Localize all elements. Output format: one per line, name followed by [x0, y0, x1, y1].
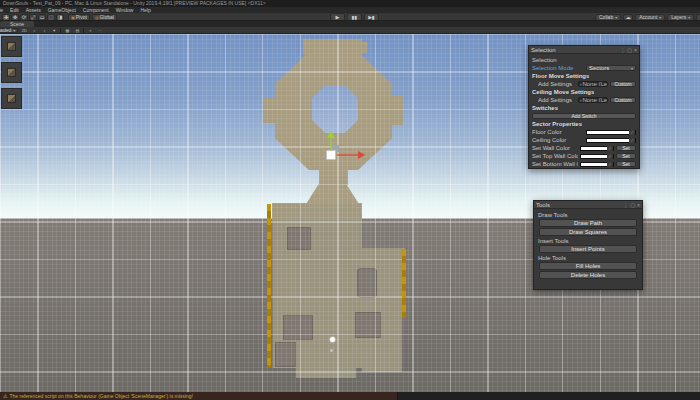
selection-mode-label: Selection Mode: [532, 65, 584, 71]
top-wall-color-swatch[interactable]: ∕: [580, 154, 614, 159]
layers-label: Layers: [671, 14, 686, 20]
selection-mode-dropdown[interactable]: Sectors ▾: [586, 65, 636, 71]
pause-button[interactable]: ▮▮: [347, 13, 362, 21]
tools-panel-header[interactable]: Tools ⋮ ▢ ×: [534, 201, 642, 209]
step-button[interactable]: ▶▮: [364, 13, 379, 21]
play-button[interactable]: ▶: [330, 13, 345, 21]
selected-wall-left[interactable]: [267, 204, 271, 367]
shading-mode-dropdown[interactable]: Shaded ▾: [0, 28, 18, 33]
panel-maximize-icon[interactable]: ▢: [627, 47, 632, 53]
floor-custom-button[interactable]: Custom: [610, 81, 636, 87]
bottom-wall-color-swatch[interactable]: ∕: [580, 162, 614, 167]
unity-editor-window: DownSouls - Test_Pat_09 - PC, Mac & Linu…: [0, 0, 700, 400]
scene-viewport[interactable]: Selection ⋮ ▢ × Selection Selection Mode…: [0, 34, 700, 392]
fill-holes-button[interactable]: Fill Holes: [539, 262, 637, 270]
map-structure-right-tab[interactable]: [390, 95, 403, 125]
object-icon: ▫: [580, 82, 581, 87]
delete-holes-button[interactable]: Delete Holes: [539, 271, 637, 279]
selection-panel-header[interactable]: Selection ⋮ ▢ ×: [529, 46, 639, 54]
add-switch-button[interactable]: Add Switch: [532, 113, 636, 119]
scale-tool-icon[interactable]: ⤢: [29, 14, 37, 21]
chevron-down-icon: ▾: [615, 15, 617, 20]
wall-color-swatch[interactable]: ∕: [580, 146, 614, 151]
texture-thumbnail-icon: [7, 68, 16, 77]
scene-side-button-3[interactable]: [1, 88, 22, 109]
map-structure-left-tab[interactable]: [263, 97, 277, 123]
cloud-icon[interactable]: ☁: [623, 14, 633, 21]
grid-toggle-icon[interactable]: ▤: [73, 28, 81, 33]
ceiling-custom-button[interactable]: Custom: [610, 97, 636, 103]
pivot-toggle-button[interactable]: ▣ Pivot: [68, 14, 90, 21]
set-top-wall-color-label: Set Top Wall Color: [532, 153, 578, 159]
floor-inset[interactable]: [357, 268, 377, 298]
draw-path-button[interactable]: Draw Path: [539, 219, 637, 227]
floor-settings-object-field[interactable]: ▫ None (Level Se ◎: [578, 81, 608, 87]
custom-tool-icon[interactable]: ◨: [56, 14, 64, 21]
move-gizmo[interactable]: [300, 128, 370, 168]
hidden-objects-icon[interactable]: ▦: [63, 28, 71, 33]
set-wall-color-button[interactable]: Set: [616, 145, 636, 151]
set-bottom-wall-color-button[interactable]: Set: [616, 161, 636, 167]
pivot-label: Pivot: [76, 14, 87, 20]
selection-mode-value: Sectors: [589, 65, 609, 71]
map-structure-bottom-step[interactable]: [296, 368, 356, 378]
effects-dropdown-icon[interactable]: ✦: [50, 28, 58, 33]
insert-points-button[interactable]: Insert Points: [539, 245, 637, 253]
status-message[interactable]: ⚠ The referenced script on this Behaviou…: [0, 392, 398, 400]
rect-tool-icon[interactable]: ▭: [38, 14, 46, 21]
floor-inset[interactable]: [283, 315, 313, 340]
hole-tools-section: Hole Tools: [538, 254, 638, 261]
floor-inset[interactable]: [275, 342, 296, 367]
gizmo-x-arrowhead[interactable]: [358, 151, 365, 159]
scene-side-button-1[interactable]: [1, 36, 22, 57]
ceiling-add-settings-label: Add Settings: [538, 97, 576, 103]
ceiling-color-swatch[interactable]: ∕: [586, 138, 636, 143]
panel-menu-icon[interactable]: ⋮: [620, 47, 625, 53]
map-structure-center-hole: [312, 85, 358, 133]
tools-panel: Tools ⋮ ▢ × Draw Tools Draw Path Draw Sq…: [533, 200, 643, 290]
eyedropper-icon[interactable]: ∕: [629, 130, 635, 135]
divider: [60, 28, 61, 33]
panel-close-icon[interactable]: ×: [634, 47, 637, 53]
audio-toggle-icon[interactable]: ♪: [40, 28, 48, 33]
lighting-toggle-icon[interactable]: ☼: [30, 28, 38, 33]
overflow-menu-icon[interactable]: ⋯: [96, 28, 104, 33]
selected-wall-right[interactable]: [402, 249, 406, 318]
map-structure-top-notch[interactable]: [355, 42, 367, 53]
gizmo-center-handle[interactable]: [327, 151, 336, 160]
move-tool-icon[interactable]: ✥: [11, 14, 19, 21]
set-top-wall-color-button[interactable]: Set: [616, 153, 636, 159]
global-toggle-button[interactable]: ◍ Global: [92, 14, 117, 21]
vertex-marker-dim[interactable]: [330, 349, 333, 352]
gizmos-dropdown-icon[interactable]: ⌖: [86, 28, 94, 33]
layout-button[interactable]: Layout ▾: [696, 14, 700, 21]
2d-toggle-icon[interactable]: 2D: [20, 28, 28, 33]
selection-panel-title: Selection: [531, 47, 620, 53]
account-button[interactable]: Account ▾: [635, 14, 665, 21]
floor-inset[interactable]: [355, 312, 381, 338]
hand-tool-icon[interactable]: ✛: [2, 14, 10, 21]
scene-side-button-2[interactable]: [1, 62, 22, 83]
set-wall-color-label: Set Wall Color: [532, 145, 578, 151]
main-toolbar: ✛ ✥ ⟳ ⤢ ▭ ⬚ ◨ ▣ Pivot ◍ Global ▶ ▮▮ ▶▮ C…: [0, 13, 700, 21]
panel-maximize-icon[interactable]: ▢: [630, 202, 635, 208]
gizmo-y-arrowhead[interactable]: [327, 131, 335, 138]
rotate-tool-icon[interactable]: ⟳: [20, 14, 28, 21]
status-bar[interactable]: ⚠ The referenced script on this Behaviou…: [0, 392, 700, 400]
vertex-marker[interactable]: [330, 337, 335, 342]
draw-squares-button[interactable]: Draw Squares: [539, 228, 637, 236]
ceiling-settings-object-field[interactable]: ▫ None (Level Se ◎: [578, 97, 608, 103]
eyedropper-icon[interactable]: ∕: [607, 154, 613, 159]
eyedropper-icon[interactable]: ∕: [607, 146, 613, 151]
layers-button[interactable]: Layers ▾: [667, 14, 694, 21]
eyedropper-icon[interactable]: ∕: [607, 162, 613, 167]
floor-inset[interactable]: [287, 227, 311, 250]
map-structure-upper-slab[interactable]: [272, 203, 362, 220]
warning-icon: ⚠: [3, 393, 7, 399]
eyedropper-icon[interactable]: ∕: [629, 138, 635, 143]
floor-color-swatch[interactable]: ∕: [586, 130, 636, 135]
collab-button[interactable]: Collab ▾: [595, 14, 621, 21]
panel-close-icon[interactable]: ×: [637, 202, 640, 208]
transform-tool-icon[interactable]: ⬚: [47, 14, 55, 21]
panel-menu-icon[interactable]: ⋮: [623, 202, 628, 208]
